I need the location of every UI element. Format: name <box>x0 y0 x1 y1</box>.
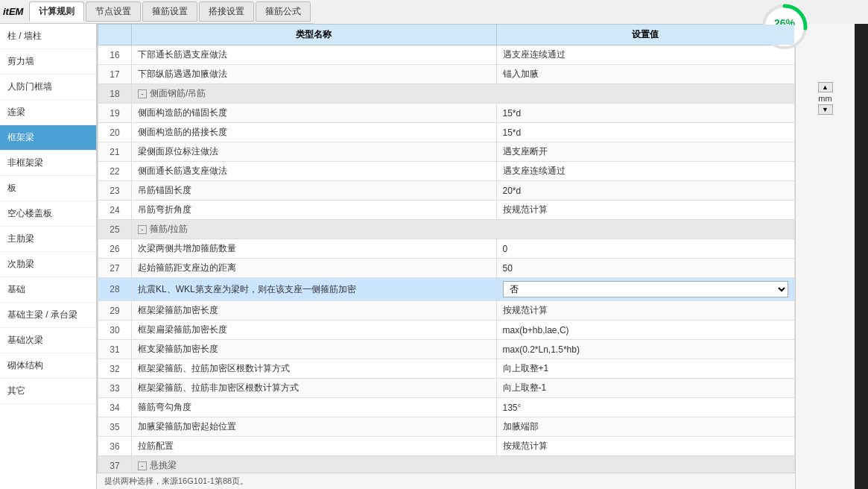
sidebar-item-slab[interactable]: 板 <box>0 176 96 201</box>
table-row: 16下部通长筋遇支座做法遇支座连续通过 <box>98 45 795 65</box>
table-row: 18-侧面钢筋/吊筋 <box>98 84 795 104</box>
sidebar-item-sub-rib[interactable]: 次肋梁 <box>0 252 96 277</box>
row-name: 下部通长筋遇支座做法 <box>132 45 497 65</box>
status-text: 提供两种选择，来源16G101-1第88页。 <box>104 476 248 485</box>
row-name: 侧面构造筋的锚固长度 <box>132 104 497 123</box>
table-row: 28抗震KL、WKL第支座为梁时，则在该支座一侧箍筋加密否是 <box>98 278 795 301</box>
row-num: 37 <box>98 456 132 473</box>
section-label: -侧面钢筋/吊筋 <box>132 84 795 104</box>
sidebar-item-masonry[interactable]: 砌体结构 <box>0 353 96 379</box>
table-row: 24吊筋弯折角度按规范计算 <box>98 201 795 220</box>
sidebar-item-main-found[interactable]: 基础主梁 / 承台梁 <box>0 303 96 328</box>
row-num: 18 <box>98 84 132 104</box>
row-name: 拉筋配置 <box>132 437 497 456</box>
section-label: -悬挑梁 <box>132 456 795 473</box>
row-num: 25 <box>98 220 132 239</box>
sidebar-item-frame-beam[interactable]: 框架梁 <box>0 125 96 151</box>
row-num: 17 <box>98 65 132 84</box>
row-value: 15*d <box>496 123 795 142</box>
tab-formula[interactable]: 箍筋公式 <box>256 1 311 22</box>
row-value: 20*d <box>496 181 795 201</box>
row-num: 24 <box>98 201 132 220</box>
row-name: 框架梁箍筋、拉筋非加密区根数计算方式 <box>132 379 497 398</box>
table-row: 32框架梁箍筋、拉筋加密区根数计算方式向上取整+1 <box>98 359 795 379</box>
mm-control: ▲ mm ▼ <box>818 82 833 115</box>
dropdown-否[interactable]: 否是 <box>503 281 789 297</box>
table-row: 25-箍筋/拉筋 <box>98 220 795 239</box>
row-name: 梁侧面原位标注做法 <box>132 142 497 162</box>
table-row: 34箍筋弯勾角度135° <box>98 398 795 417</box>
row-value: 锚入加腋 <box>496 65 795 84</box>
data-table: 类型名称 设置值 16下部通长筋遇支座做法遇支座连续通过17下部纵筋遇遇加腋做法… <box>97 24 795 473</box>
sidebar-item-other[interactable]: 其它 <box>0 379 96 404</box>
row-value: 按规范计算 <box>496 201 795 220</box>
spin-up-btn[interactable]: ▲ <box>818 82 833 92</box>
row-value: 0 <box>496 239 795 259</box>
black-panel <box>855 24 868 489</box>
table-row: 30框架扁梁箍筋加密长度max(b+hb,lae,C) <box>98 321 795 340</box>
row-value: 遇支座连续通过 <box>496 162 795 181</box>
row-num: 29 <box>98 301 132 321</box>
row-num: 30 <box>98 321 132 340</box>
sidebar-item-hollow-slab[interactable]: 空心楼盖板 <box>0 201 96 227</box>
sidebar-item-foundation[interactable]: 基础 <box>0 277 96 303</box>
row-name: 侧面构造筋的搭接长度 <box>132 123 497 142</box>
row-value: 遇支座断开 <box>496 142 795 162</box>
row-value: max(0.2*Ln,1.5*hb) <box>496 340 795 359</box>
row-num: 21 <box>98 142 132 162</box>
app-title: itEM <box>3 6 23 17</box>
table-row: 37-悬挑梁 <box>98 456 795 473</box>
row-num: 23 <box>98 181 132 201</box>
row-value: 遇支座连续通过 <box>496 45 795 65</box>
row-value: 50 <box>496 259 795 278</box>
sidebar-item-main-rib[interactable]: 主肋梁 <box>0 227 96 252</box>
row-num: 34 <box>98 398 132 417</box>
sidebar-item-sub-found[interactable]: 基础次梁 <box>0 328 96 353</box>
sidebar-item-link-beam[interactable]: 连梁 <box>0 100 96 125</box>
section-label: -箍筋/拉筋 <box>132 220 795 239</box>
table-row: 21梁侧面原位标注做法遇支座断开 <box>98 142 795 162</box>
table-row: 22侧面通长筋遇支座做法遇支座连续通过 <box>98 162 795 181</box>
row-num: 33 <box>98 379 132 398</box>
col-header-value: 设置值 <box>496 25 795 45</box>
table-row: 19侧面构造筋的锚固长度15*d <box>98 104 795 123</box>
row-value: 15*d <box>496 104 795 123</box>
right-panel: ▲ mm ▼ <box>795 24 855 489</box>
row-value: 按规范计算 <box>496 301 795 321</box>
sidebar: 柱 / 墙柱 剪力墙 人防门框墙 连梁 框架梁 非框架梁 板 空心楼盖板 主肋梁… <box>0 24 97 489</box>
row-value: 135° <box>496 398 795 417</box>
row-name: 吊筋弯折角度 <box>132 201 497 220</box>
row-num: 19 <box>98 104 132 123</box>
row-value: 向上取整+1 <box>496 359 795 379</box>
spin-down-btn[interactable]: ▼ <box>818 104 833 115</box>
row-value[interactable]: 否是 <box>496 278 795 301</box>
tab-stirrup[interactable]: 箍筋设置 <box>142 1 197 22</box>
row-name: 起始箍筋距支座边的距离 <box>132 259 497 278</box>
row-name: 下部纵筋遇遇加腋做法 <box>132 65 497 84</box>
status-bar: 提供两种选择，来源16G101-1第88页。 <box>97 473 795 489</box>
tab-calc[interactable]: 计算规则 <box>29 1 84 22</box>
table-row: 17下部纵筋遇遇加腋做法锚入加腋 <box>98 65 795 84</box>
row-num: 20 <box>98 123 132 142</box>
row-name: 框架梁箍筋、拉筋加密区根数计算方式 <box>132 359 497 379</box>
tab-node[interactable]: 节点设置 <box>86 1 141 22</box>
table-row: 29框架梁箍筋加密长度按规范计算 <box>98 301 795 321</box>
tab-lap[interactable]: 搭接设置 <box>199 1 254 22</box>
sidebar-item-shear-wall[interactable]: 剪力墙 <box>0 49 96 75</box>
row-name: 加腋梁箍筋加密起始位置 <box>132 417 497 437</box>
table-row: 31框支梁箍筋加密长度max(0.2*Ln,1.5*hb) <box>98 340 795 359</box>
col-header-num <box>98 25 132 45</box>
row-name: 框架扁梁箍筋加密长度 <box>132 321 497 340</box>
sidebar-item-non-frame[interactable]: 非框架梁 <box>0 151 96 176</box>
sidebar-item-civil-defense[interactable]: 人防门框墙 <box>0 75 96 100</box>
row-num: 36 <box>98 437 132 456</box>
row-num: 26 <box>98 239 132 259</box>
table-row: 23吊筋锚固长度20*d <box>98 181 795 201</box>
row-name: 吊筋锚固长度 <box>132 181 497 201</box>
toolbar: itEM 计算规则 节点设置 箍筋设置 搭接设置 箍筋公式 <box>0 0 314 24</box>
row-num: 35 <box>98 417 132 437</box>
row-name: 框架梁箍筋加密长度 <box>132 301 497 321</box>
row-value: 加腋端部 <box>496 417 795 437</box>
sidebar-item-col-wall[interactable]: 柱 / 墙柱 <box>0 24 96 49</box>
mm-label: mm <box>818 94 831 103</box>
